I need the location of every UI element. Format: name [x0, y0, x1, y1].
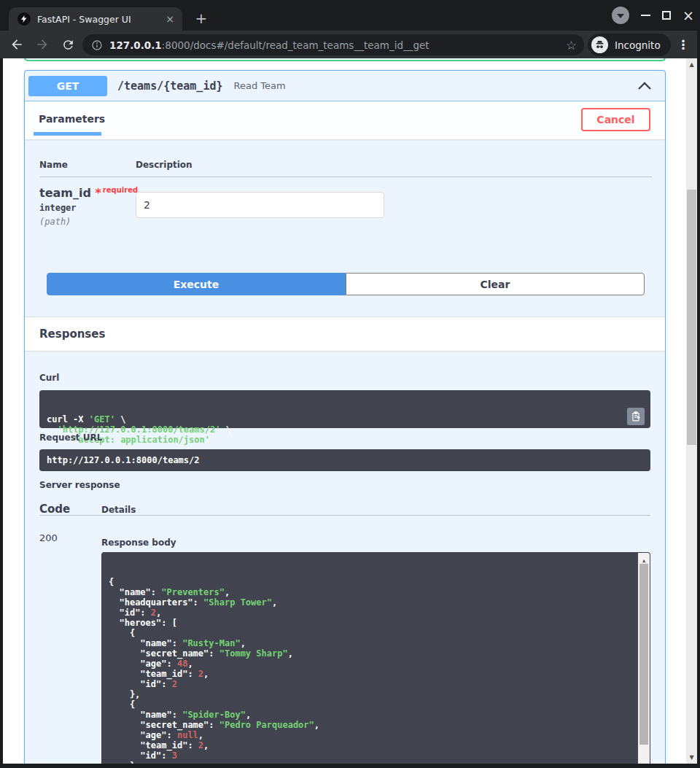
response-body-label: Response body — [101, 538, 176, 548]
site-info-icon[interactable] — [91, 39, 103, 51]
request-url-label: Request URL — [39, 433, 102, 443]
tab-strip: FastAPI - Swagger UI × + × — [0, 0, 700, 31]
incognito-icon — [591, 36, 608, 53]
reload-button[interactable] — [59, 36, 77, 53]
browser-toolbar: 127.0.0.1:8000/docs#/default/read_team_t… — [0, 31, 700, 58]
active-tab-underline — [34, 132, 101, 136]
forward-button[interactable] — [34, 36, 51, 53]
tab-close-icon[interactable]: × — [163, 12, 176, 26]
column-header-name: Name — [39, 160, 68, 170]
window-close-button[interactable]: × — [682, 9, 694, 23]
clipboard-icon — [631, 411, 641, 422]
response-body-scrollbar[interactable]: ▲ — [638, 553, 650, 764]
curl-label: Curl — [39, 373, 59, 383]
parameters-section-header: Parameters Cancel — [25, 101, 665, 139]
address-bar[interactable]: 127.0.0.1:8000/docs#/default/read_team_t… — [82, 34, 584, 55]
chevron-down-icon — [617, 14, 624, 18]
codes-divider — [39, 515, 650, 516]
request-url-block: http://127.0.0.1:8000/teams/2 — [39, 449, 650, 471]
tab-parameters[interactable]: Parameters — [39, 113, 105, 125]
required-star: * — [95, 186, 101, 200]
status-code: 200 — [39, 532, 58, 543]
window-frame-right — [697, 0, 700, 768]
clear-button[interactable]: Clear — [346, 273, 645, 295]
response-body-block[interactable]: { "name": "Preventers", "headquarters": … — [101, 552, 650, 764]
team-id-input[interactable] — [136, 192, 384, 218]
required-label: required — [103, 186, 138, 194]
response-body-json: { "name": "Preventers", "headquarters": … — [109, 577, 631, 764]
server-response-label: Server response — [39, 480, 120, 490]
swagger-page: GET /teams/{team_id} Read Team Parameter… — [3, 58, 686, 764]
tab-title: FastAPI - Swagger UI — [37, 14, 163, 25]
table-divider — [39, 177, 652, 177]
responses-section-header: Responses — [25, 317, 665, 352]
browser-window: FastAPI - Swagger UI × + × 127.0.0.1:800… — [0, 0, 700, 768]
browser-tab[interactable]: FastAPI - Swagger UI × — [9, 7, 182, 31]
new-tab-button[interactable]: + — [192, 10, 210, 28]
copy-to-clipboard-button[interactable] — [627, 408, 645, 425]
incognito-label: Incognito — [615, 39, 661, 51]
response-scrollbar-thumb[interactable] — [639, 564, 648, 745]
minimize-button[interactable] — [641, 15, 650, 16]
cancel-button[interactable]: Cancel — [581, 108, 650, 131]
page-scrollbar[interactable]: ▲ ▼ — [686, 58, 697, 764]
curl-command-text: curl -X 'GET' \ 'http://127.0.0.1:8000/t… — [47, 414, 643, 445]
column-header-description: Description — [136, 160, 192, 170]
window-controls: × — [612, 0, 694, 31]
maximize-button[interactable] — [662, 11, 671, 20]
incognito-badge: Incognito — [588, 34, 671, 56]
tab-search-button[interactable] — [612, 7, 629, 24]
param-type: integer — [39, 203, 77, 213]
column-header-code: Code — [39, 503, 70, 516]
window-frame-bottom — [0, 764, 700, 768]
collapse-chevron-icon[interactable] — [637, 81, 652, 91]
page-scrollbar-thumb[interactable] — [687, 190, 696, 445]
url-text: 127.0.0.1:8000/docs#/default/read_team_t… — [109, 39, 561, 51]
browser-menu-icon[interactable]: ⋮ — [677, 36, 690, 53]
http-method-badge: GET — [28, 76, 107, 96]
execute-button[interactable]: Execute — [47, 273, 346, 295]
get-opblock: GET /teams/{team_id} Read Team Parameter… — [24, 70, 666, 764]
page-scroll-up-icon[interactable]: ▲ — [686, 61, 697, 68]
param-name-text: team_id — [39, 186, 91, 200]
url-path: :8000/docs#/default/read_team_teams__tea… — [162, 39, 429, 51]
bookmark-star-icon[interactable]: ☆ — [566, 38, 577, 53]
fastapi-favicon-icon — [18, 12, 31, 26]
endpoint-path: /teams/{team_id} — [117, 79, 223, 93]
param-location: (path) — [39, 217, 71, 227]
param-name: team_id *required — [39, 186, 138, 200]
previous-opblock-edge — [24, 58, 666, 61]
page-scroll-down-icon[interactable]: ▼ — [686, 754, 697, 761]
opblock-header[interactable]: GET /teams/{team_id} Read Team — [25, 71, 665, 101]
back-button[interactable] — [8, 36, 26, 53]
responses-title: Responses — [39, 327, 105, 341]
request-url-text: http://127.0.0.1:8000/teams/2 — [47, 455, 200, 465]
endpoint-summary: Read Team — [234, 80, 286, 91]
column-header-details: Details — [101, 505, 136, 515]
curl-command-block[interactable]: curl -X 'GET' \ 'http://127.0.0.1:8000/t… — [39, 390, 650, 428]
url-host: 127.0.0.1 — [109, 39, 162, 51]
